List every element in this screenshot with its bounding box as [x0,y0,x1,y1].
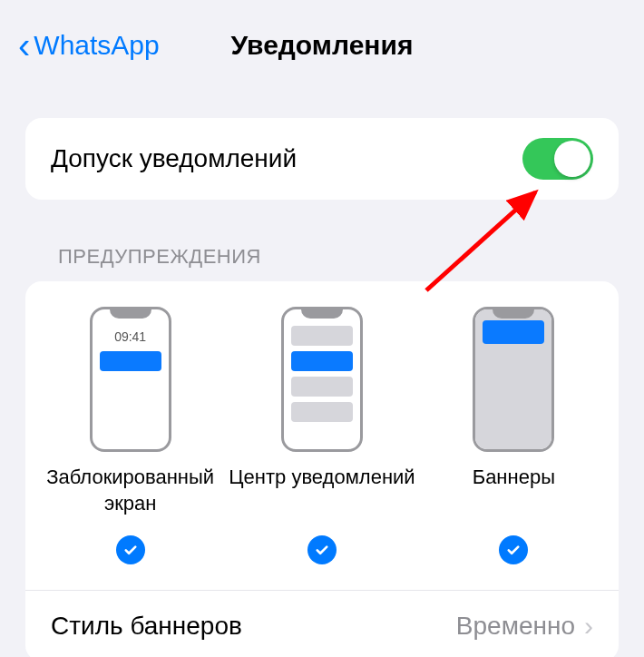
notification-center-check[interactable] [307,535,337,564]
lockscreen-check[interactable] [116,535,145,564]
nav-header: ‹ WhatsApp Уведомления [0,0,644,91]
back-label: WhatsApp [34,30,159,61]
phone-notification-center-icon [281,307,363,452]
alert-style-notification-center[interactable]: Центр уведомлений [226,307,417,517]
banner-style-label: Стиль баннеров [51,612,242,641]
chevron-left-icon: ‹ [18,27,30,64]
alerts-card: 09:41 Заблокированный экран Центр уведом… [25,281,619,657]
check-icon [314,542,330,558]
banner-style-row[interactable]: Стиль баннеров Временно › [25,591,619,657]
chevron-right-icon: › [584,611,593,642]
phone-lockscreen-icon: 09:41 [90,307,171,452]
allow-notifications-label: Допуск уведомлений [51,144,297,173]
back-button[interactable]: ‹ WhatsApp [18,27,160,64]
alert-style-lockscreen[interactable]: 09:41 Заблокированный экран [34,307,226,517]
alert-style-banners[interactable]: Баннеры [418,307,610,517]
alert-style-preview-row: 09:41 Заблокированный экран Центр уведом… [25,281,619,532]
banners-check[interactable] [499,535,528,564]
alert-style-label: Центр уведомлений [229,465,415,517]
allow-notifications-card: Допуск уведомлений [25,118,619,200]
check-icon [505,542,522,558]
phone-banners-icon [473,307,554,452]
check-icon [122,542,139,558]
allow-notifications-toggle[interactable] [522,138,593,180]
lock-time: 09:41 [93,329,169,344]
alert-style-label: Баннеры [473,465,555,517]
page-title: Уведомления [231,30,414,61]
allow-notifications-row[interactable]: Допуск уведомлений [25,118,619,200]
content: Допуск уведомлений ПРЕДУПРЕЖДЕНИЯ 09:41 … [0,91,644,657]
banner-style-value: Временно › [456,611,593,642]
toggle-knob [554,141,590,177]
alert-style-check-row [25,532,619,591]
alerts-section-header: ПРЕДУПРЕЖДЕНИЯ [25,200,619,281]
alert-style-label: Заблокированный экран [46,465,214,517]
